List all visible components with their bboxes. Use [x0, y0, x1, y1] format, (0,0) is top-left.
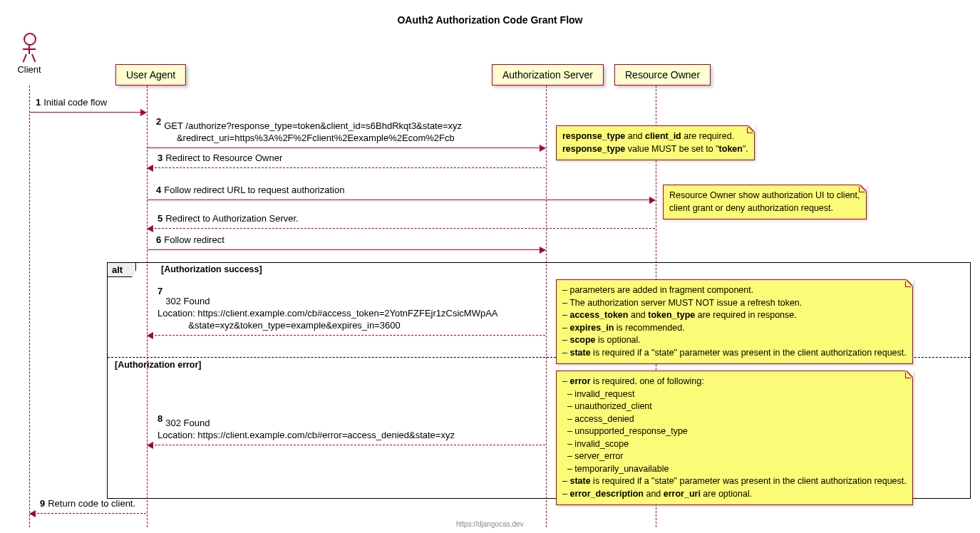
alt-label: alt — [108, 263, 136, 277]
alt-cond-error: [Authorization error] — [115, 360, 202, 370]
note-error: – error is required. one of following: –… — [556, 371, 913, 505]
client-actor-arms — [23, 48, 36, 50]
note-1-text: response_type and client_id are required… — [562, 131, 748, 154]
note-resource-owner: Resource Owner show authorization UI to … — [663, 185, 867, 219]
arrow-5 — [148, 228, 655, 229]
msg-6: 6Follow redirect — [156, 234, 225, 248]
user-agent-box: User Agent — [115, 64, 186, 86]
client-lifeline — [29, 86, 30, 527]
msg-7: 7302 Found Location: https://client.exam… — [158, 286, 497, 333]
msg-4: 4Follow redirect URL to request authoriz… — [156, 185, 344, 198]
sequence-diagram: OAuth2 Authorization Code Grant Flow Cli… — [7, 7, 973, 526]
note-4-text: – error is required. one of following: –… — [562, 376, 907, 499]
note-success: – parameters are added in fragment compo… — [556, 279, 913, 364]
arrow-1 — [30, 112, 146, 113]
resource-owner-box: Resource Owner — [614, 64, 711, 86]
msg-3: 3Redirect to Resource Owner — [158, 152, 282, 166]
diagram-title: OAuth2 Authorization Code Grant Flow — [7, 14, 973, 26]
arrow-3 — [148, 167, 545, 168]
auth-server-box: Authorization Server — [492, 64, 604, 86]
arrow-4 — [148, 200, 655, 200]
note-response-type: response_type and client_id are required… — [556, 125, 755, 160]
alt-cond-success: [Authorization success] — [161, 264, 262, 274]
arrow-7 — [148, 335, 545, 336]
msg-5: 5Redirect to Authorization Server. — [158, 213, 299, 227]
client-label: Client — [8, 64, 51, 75]
arrow-9 — [30, 513, 146, 514]
footer-link: https://djangocas.dev — [456, 520, 524, 528]
msg-1: 1Initial code flow — [36, 97, 107, 110]
msg-2: 2GET /authorize?response_type=token&clie… — [156, 116, 462, 146]
arrow-2 — [148, 148, 545, 148]
note-3-text: – parameters are added in fragment compo… — [562, 285, 907, 358]
client-actor-leg-l — [23, 54, 27, 63]
client-actor-head — [24, 33, 36, 46]
client-actor-leg-r — [31, 54, 36, 63]
arrow-8 — [148, 445, 545, 445]
msg-9: 9Return code to client. — [40, 498, 135, 512]
arrow-6 — [148, 249, 545, 250]
msg-8: 8302 Found Location: https://client.exam… — [158, 413, 455, 443]
note-2-text: Resource Owner show authorization UI to … — [669, 190, 860, 213]
